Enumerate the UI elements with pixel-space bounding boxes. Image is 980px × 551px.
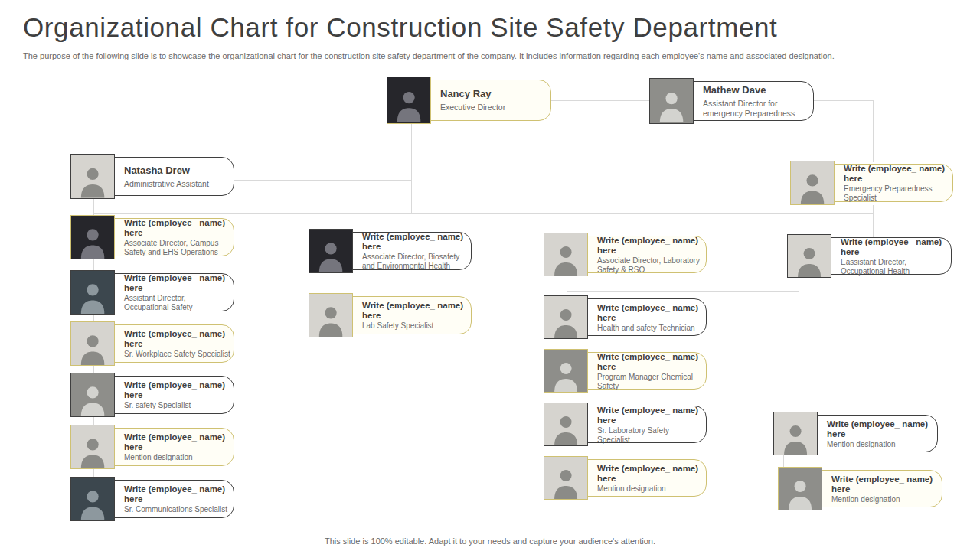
connector-line: [93, 213, 873, 214]
employee-designation: Assistant Director, Occupational Safety: [124, 294, 230, 312]
employee-designation: Mention designation: [124, 453, 230, 462]
org-node-lab-safety-specialist[interactable]: Write (employee_ name) here Lab Safety S…: [309, 293, 472, 337]
person-silhouette-icon: [547, 463, 584, 499]
org-node-sr-workplace-safety-specialist[interactable]: Write (employee_ name) here Sr. Workplac…: [70, 321, 234, 366]
employee-photo: [649, 78, 694, 124]
employee-photo: [70, 321, 115, 366]
page-subtitle: The purpose of the following slide is to…: [23, 51, 835, 60]
employee-designation: Associate Director, Campus Safety and EH…: [124, 239, 230, 257]
org-node-biosafety-environmental-health[interactable]: Write (employee_ name) here Associate Di…: [309, 229, 472, 273]
person-silhouette-icon: [74, 328, 111, 365]
employee-photo: [790, 161, 835, 205]
org-node-emergency-preparedness-specialist[interactable]: Write (employee_ name) here Emergency Pr…: [790, 161, 953, 205]
employee-photo: [309, 293, 353, 337]
employee-designation: Administrative Assistant: [124, 179, 230, 189]
org-node-mention-designation-right-1[interactable]: Write (employee_ name) here Mention desi…: [773, 412, 938, 455]
org-node-mention-designation-left[interactable]: Write (employee_ name) here Mention desi…: [70, 425, 234, 469]
slide-canvas: Organizational Chart for Construction Si…: [0, 0, 980, 551]
employee-name: Mathew Dave: [703, 84, 810, 96]
employee-designation: Sr. Communications Specialist: [124, 505, 230, 514]
employee-designation: Eassistant Director, Occupational Health: [841, 257, 948, 276]
org-node-laboratory-safety-rso[interactable]: Write (employee_ name) here Associate Di…: [544, 233, 707, 276]
employee-name: Write (employee_ name) here: [124, 218, 230, 238]
connector-line: [799, 291, 799, 415]
org-node-assistant-director-emergency-preparedness[interactable]: Mathew Dave Assistant Director for emerg…: [649, 78, 814, 124]
connector-line: [551, 100, 649, 101]
employee-designation: Executive Director: [440, 103, 547, 112]
person-silhouette-icon: [794, 168, 831, 204]
employee-name: Write (employee_ name) here: [597, 351, 703, 371]
employee-designation: Associate Director, Laboratory Safety & …: [597, 256, 703, 274]
employee-photo: [70, 154, 115, 199]
employee-designation: Mention designation: [597, 484, 703, 493]
org-node-sr-safety-specialist[interactable]: Write (employee_ name) here Sr. safety S…: [70, 373, 234, 417]
person-silhouette-icon: [547, 302, 584, 338]
person-silhouette-icon: [74, 277, 111, 314]
employee-name: Write (employee_ name) here: [124, 380, 230, 400]
employee-photo: [70, 477, 115, 521]
org-node-assistant-director-occupational-safety[interactable]: Write (employee_ name) here Assistant Di…: [70, 270, 234, 315]
connector-line: [873, 205, 874, 237]
org-node-mention-designation-right-2[interactable]: Write (employee_ name) here Mention desi…: [778, 467, 942, 510]
connector-line: [234, 180, 411, 181]
employee-photo: [544, 233, 588, 276]
person-silhouette-icon: [547, 240, 584, 276]
employee-photo: [70, 373, 115, 417]
employee-name: Write (employee_ name) here: [841, 236, 948, 256]
connector-line: [813, 100, 873, 101]
employee-name: Write (employee_ name) here: [362, 301, 468, 321]
employee-name: Write (employee_ name) here: [597, 463, 703, 483]
editable-note: This slide is 100% editable. Adapt it to…: [0, 536, 980, 546]
connector-line: [873, 100, 874, 162]
person-silhouette-icon: [547, 409, 584, 445]
employee-photo: [544, 403, 588, 446]
person-silhouette-icon: [74, 161, 111, 198]
person-silhouette-icon: [791, 241, 828, 277]
person-silhouette-icon: [777, 419, 814, 455]
employee-name: Write (employee_ name) here: [831, 474, 939, 494]
employee-name: Write (employee_ name) here: [597, 302, 703, 322]
page-title: Organizational Chart for Construction Si…: [23, 12, 777, 43]
employee-photo: [787, 234, 831, 278]
org-node-campus-safety-ehs-operations[interactable]: Write (employee_ name) here Associate Di…: [70, 215, 234, 259]
employee-designation: Health and safety Technician: [597, 323, 703, 332]
employee-name: Nancy Ray: [440, 88, 547, 99]
employee-name: Write (employee_ name) here: [124, 273, 230, 293]
employee-designation: Sr. safety Specialist: [124, 401, 230, 410]
org-node-sr-laboratory-safety-specialist[interactable]: Write (employee_ name) here Sr. Laborato…: [544, 403, 707, 446]
person-silhouette-icon: [312, 300, 349, 337]
person-silhouette-icon: [312, 236, 349, 272]
org-node-administrative-assistant[interactable]: Natasha Drew Administrative Assistant: [70, 154, 234, 199]
employee-photo: [70, 215, 115, 259]
org-node-executive-director[interactable]: Nancy Ray Executive Director: [387, 77, 551, 124]
person-silhouette-icon: [74, 432, 111, 468]
org-node-health-safety-technician[interactable]: Write (employee_ name) here Health and s…: [544, 295, 707, 339]
employee-designation: Emergency Preparedness Specialist: [844, 184, 949, 203]
employee-photo: [773, 412, 818, 455]
employee-designation: Program Manager Chemical Safety: [597, 372, 703, 390]
person-silhouette-icon: [653, 85, 690, 123]
org-node-occupational-health-director[interactable]: Write (employee_ name) here Eassistant D…: [787, 234, 952, 278]
employee-designation: Lab Safety Specialist: [362, 321, 468, 331]
employee-photo: [778, 467, 822, 510]
employee-name: Write (employee_ name) here: [597, 235, 703, 255]
employee-name: Write (employee_ name) here: [124, 329, 230, 349]
employee-photo: [544, 456, 588, 500]
employee-name: Write (employee_ name) here: [844, 164, 949, 184]
org-node-program-manager-chemical-safety[interactable]: Write (employee_ name) here Program Mana…: [544, 349, 707, 393]
employee-designation: Assistant Director for emergency Prepare…: [703, 99, 810, 119]
employee-name: Write (employee_ name) here: [124, 484, 230, 504]
employee-name: Write (employee_ name) here: [827, 419, 934, 439]
org-node-mention-designation-lab[interactable]: Write (employee_ name) here Mention desi…: [544, 456, 707, 500]
employee-designation: Associate Director, Biosafety and Enviro…: [362, 253, 468, 271]
employee-designation: Mention designation: [831, 494, 939, 504]
employee-photo: [544, 349, 588, 393]
employee-name: Write (employee_ name) here: [124, 432, 230, 452]
employee-name: Write (employee_ name) here: [362, 232, 468, 252]
employee-name: Natasha Drew: [124, 165, 230, 176]
employee-photo: [70, 270, 115, 315]
employee-photo: [70, 425, 115, 469]
person-silhouette-icon: [547, 356, 584, 392]
org-node-sr-communications-specialist[interactable]: Write (employee_ name) here Sr. Communic…: [70, 477, 234, 521]
person-silhouette-icon: [74, 484, 111, 520]
